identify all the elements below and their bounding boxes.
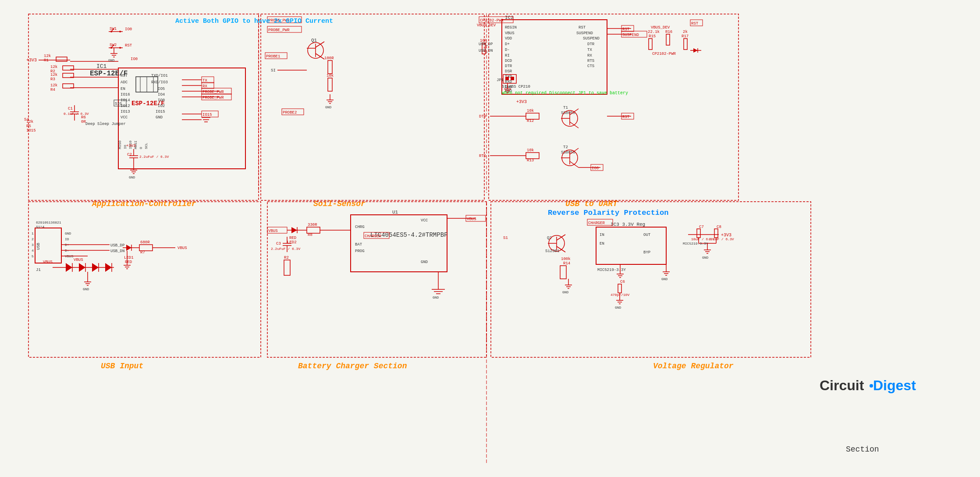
svg-text:IO0: IO0 [592, 166, 599, 171]
svg-text:MISO: MISO [118, 141, 122, 149]
svg-text:REGIN: REGIN [505, 25, 517, 30]
svg-text:Si2301: Si2301 [545, 249, 559, 253]
svg-text:RTS: RTS [479, 154, 486, 158]
svg-text:R1: R1 [44, 58, 49, 63]
svg-text:When not required Disconnect J: When not required Disconnect JP1 to save… [502, 91, 628, 96]
svg-text:R4: R4 [50, 88, 55, 92]
svg-text:IO0: IO0 [131, 57, 138, 61]
svg-text:D+: D+ [505, 42, 510, 46]
svg-text:2.2uFuF / 6.3V: 2.2uFuF / 6.3V [139, 155, 169, 159]
svg-text:O: O [139, 147, 143, 149]
svg-text:R16: R16 [665, 30, 672, 34]
svg-text:MIC5219-3.3Y: MIC5219-3.3Y [683, 242, 708, 246]
svg-text:RST: RST [622, 27, 630, 32]
svg-text:12k: 12k [44, 54, 51, 58]
svg-text:TX: TX [587, 48, 592, 52]
svg-text:GND: GND [562, 290, 569, 294]
svg-text:PROBE1: PROBE1 [266, 54, 280, 59]
svg-text:TXD/IO1: TXD/IO1 [151, 74, 168, 78]
svg-text:330R: 330R [308, 223, 317, 227]
svg-text:GND: GND [156, 115, 163, 120]
svg-text:+3V3: +3V3 [516, 100, 527, 104]
svg-text:DTR: DTR [587, 42, 595, 46]
svg-text:IO15: IO15 [156, 110, 165, 114]
svg-text:C6: C6 [620, 280, 625, 284]
svg-text:CP2102-PWR: CP2102-PWR [480, 18, 504, 23]
svg-text:JP1: JP1 [497, 78, 504, 82]
svg-text:IC3  3.3V Reg: IC3 3.3V Reg [611, 222, 645, 227]
svg-text:Application-Controller: Application-Controller [92, 199, 196, 208]
svg-text:VBUS: VBUS [268, 229, 278, 233]
svg-text:C2: C2 [127, 153, 132, 157]
svg-text:RED: RED [125, 260, 132, 264]
svg-text:3: 3 [32, 243, 34, 247]
svg-text:OUT: OUT [643, 233, 651, 237]
svg-text:Section: Section [846, 445, 879, 454]
svg-text:USB: USB [36, 242, 41, 250]
svg-text:R2: R2 [284, 256, 289, 260]
schematic-canvas: IC1 ESP-12E/F ESP-12E/F RST TXD/IO1 ADC … [0, 0, 980, 477]
svg-rect-183 [505, 77, 509, 80]
svg-text:RX: RX [587, 53, 592, 58]
svg-text:4: 4 [32, 249, 34, 253]
svg-text:USB Input: USB Input [101, 362, 143, 370]
svg-text:R17: R17 [682, 34, 689, 39]
svg-text:USB to UART: USB to UART [565, 199, 618, 208]
svg-text:LED2: LED2 [287, 240, 297, 245]
svg-text:S1: S1 [503, 236, 508, 240]
svg-text:CHARGER: CHARGER [365, 234, 381, 238]
svg-text:5: 5 [32, 254, 34, 258]
svg-text:IO16: IO16 [121, 93, 130, 97]
svg-text:ADC: ADC [121, 80, 128, 85]
svg-text:R6: R6 [81, 115, 86, 120]
svg-text:680R: 680R [140, 240, 150, 245]
svg-text:CHARGER: CHARGER [588, 221, 605, 225]
svg-text:ID: ID [65, 237, 69, 241]
svg-text:USB_DP: USB_DP [110, 243, 124, 248]
svg-text:R15: R15 [649, 34, 656, 39]
svg-text:PROBE_PWR: PROBE_PWR [268, 28, 290, 32]
svg-text:MIC5219-3.3Y: MIC5219-3.3Y [597, 268, 626, 272]
svg-text:IO13: IO13 [121, 110, 130, 114]
svg-text:BAT: BAT [355, 242, 362, 247]
svg-text:R3: R3 [50, 77, 55, 82]
svg-text:Battery Charger Section: Battery Charger Section [298, 362, 407, 370]
svg-text:RST: RST [125, 43, 132, 48]
svg-text:PROG: PROG [355, 249, 365, 253]
svg-text:629105136821: 629105136821 [36, 221, 61, 224]
svg-text:IO2: IO2 [158, 104, 165, 108]
svg-text:2k: 2k [683, 30, 688, 34]
svg-text:U1: U1 [392, 210, 398, 215]
svg-text:Voltage Regulator: Voltage Regulator [653, 362, 734, 370]
svg-text:R14: R14 [563, 261, 570, 266]
svg-text:0R: 0R [81, 120, 86, 124]
svg-text:GND: GND [108, 58, 115, 62]
svg-text:SCL: SCL [144, 142, 148, 149]
svg-text:Digest: Digest [873, 377, 916, 393]
svg-text:CP2102-PWR: CP2102-PWR [652, 52, 676, 56]
svg-text:Active Both GPIO to have 2x GP: Active Both GPIO to have 2x GPIO Current [175, 18, 333, 25]
svg-point-396 [870, 384, 873, 388]
svg-text:IO15: IO15 [26, 128, 36, 133]
svg-text:VBUS: VBUS [505, 31, 515, 36]
svg-text:C1: C1 [68, 107, 73, 111]
svg-text:GND: GND [702, 256, 709, 260]
svg-text:100R: 100R [324, 56, 334, 61]
svg-text:IO0: IO0 [158, 98, 165, 103]
svg-text:SILABS CP210: SILABS CP210 [502, 85, 530, 89]
svg-text:12k: 12k [50, 73, 57, 77]
svg-text:CTS: CTS [587, 64, 594, 68]
svg-text:DTR: DTR [505, 64, 512, 68]
svg-text:SIG: SIG [115, 102, 122, 106]
svg-text:C3: C3 [276, 242, 281, 246]
svg-text:IC1: IC1 [96, 63, 107, 70]
svg-text:J1: J1 [36, 268, 41, 272]
svg-text:RST: RST [691, 21, 699, 26]
svg-text:RXD/IO3: RXD/IO3 [151, 80, 168, 85]
svg-text:SUSPEND: SUSPEND [583, 36, 600, 41]
svg-text:GND: GND [421, 260, 428, 264]
svg-text:VDD: VDD [505, 36, 512, 41]
svg-text:GND: GND [83, 287, 89, 291]
svg-text:IO0: IO0 [125, 27, 132, 32]
svg-text:22.1k: 22.1k [648, 30, 660, 34]
